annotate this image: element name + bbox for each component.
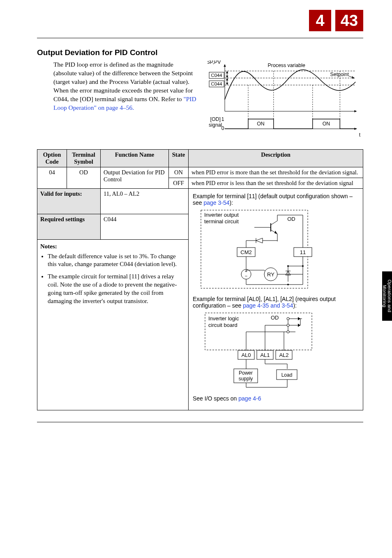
th-state: State (169, 150, 189, 167)
c2-al2: AL2 (279, 352, 288, 358)
section-title: Output Deviation for PID Control (37, 48, 363, 57)
svg-marker-12 (226, 76, 228, 78)
svg-marker-28 (274, 231, 277, 234)
cell-terminal-symbol: OD (67, 167, 101, 189)
iospecs-label: See I/O specs on page 4-6 (193, 395, 359, 402)
circuit-diagram-2: Inverter logic circuit board OD (193, 311, 320, 389)
svg-marker-64 (298, 324, 300, 327)
svg-point-55 (302, 265, 304, 267)
diag1-c044-top: C044 (211, 73, 222, 78)
page-number: 43 (335, 10, 363, 31)
svg-marker-61 (298, 317, 300, 320)
c1-inverter-line2: terminal circuit (204, 218, 239, 225)
svg-marker-31 (256, 238, 263, 243)
note-1: The default difference value is set to 3… (48, 252, 185, 269)
svg-point-53 (287, 284, 289, 285)
c2-od: OD (271, 315, 279, 321)
svg-marker-18 (355, 127, 357, 130)
note-2: The example circuit for terminal [11] dr… (48, 273, 185, 305)
iospecs-text: See I/O specs on (193, 395, 238, 402)
chapter-number: 4 (309, 10, 331, 31)
c1-inverter-line1: Inverter output (204, 212, 239, 218)
diag1-on1: ON (257, 121, 265, 127)
cell-valid-value: 11, AL0 – AL2 (101, 189, 189, 214)
svg-line-26 (271, 221, 277, 225)
svg-marker-1 (355, 110, 357, 113)
diag1-od: [OD] (210, 116, 221, 122)
side-tab: Operations and Monitoring (382, 271, 392, 321)
c1-plus: + (245, 269, 247, 273)
c1-11: 11 (300, 249, 306, 255)
diag1-y-label: SP,PV (208, 60, 221, 65)
example1-label: Example for terminal [11] (default outpu… (193, 193, 359, 206)
c2-al1: AL1 (260, 352, 270, 358)
c2-power-line1: Power (239, 370, 253, 376)
svg-marker-11 (226, 71, 228, 74)
diag1-pv-label: Process variable (268, 63, 305, 68)
c1-ry: RY (267, 271, 274, 278)
section-body-text: The PID loop error is defined as the mag… (53, 61, 193, 102)
cell-option-code: 04 (37, 167, 67, 189)
diag1-setpoint-label: Setpoint (330, 72, 349, 77)
pid-timing-diagram: SP,PV Process variable Setpoint C044 C04… (208, 60, 363, 139)
cell-desc-on: when PID error is more than the set thre… (189, 167, 363, 178)
xref-page-4-6[interactable]: page 4-6 (238, 395, 261, 402)
cell-valid-label: Valid for inputs: (37, 189, 101, 214)
svg-marker-3 (224, 65, 226, 67)
svg-marker-8 (352, 76, 355, 79)
cell-state-on: ON (169, 167, 189, 178)
cell-notes: Notes: The default difference value is s… (37, 239, 189, 410)
svg-marker-16 (226, 83, 228, 85)
example2-label: Example for terminal [AL0], [AL1], [AL2]… (193, 296, 359, 309)
th-option-code: Option Code (37, 150, 67, 167)
example2-text-b: ): (293, 302, 297, 309)
diag1-one: 1 (221, 116, 224, 122)
page-number-block: 4 43 (309, 10, 363, 31)
c2-al0: AL0 (241, 352, 251, 358)
circuit-diagram-1: Inverter output terminal circuit OD (193, 208, 332, 291)
cell-required-value: C044 (101, 214, 189, 239)
function-table: Option Code Terminal Symbol Function Nam… (37, 149, 363, 410)
th-function-name: Function Name (101, 150, 169, 167)
diag1-signal: signal (209, 122, 222, 128)
bottom-rule (37, 422, 363, 422)
c1-od: OD (287, 216, 295, 222)
c2-inverter-line2: circuit board (208, 322, 238, 328)
example1-text-b: ): (230, 199, 233, 206)
notes-title: Notes: (40, 243, 185, 250)
c2-power-line2: supply (239, 376, 253, 382)
diag1-c044-bot: C044 (211, 81, 222, 86)
c2-inverter-line1: Inverter logic (208, 315, 239, 322)
page-header: 4 43 (37, 10, 363, 35)
c1-cm2: CM2 (240, 249, 251, 255)
svg-marker-15 (226, 78, 228, 81)
c1-minus: − (245, 273, 247, 278)
cell-state-off: OFF (169, 178, 189, 189)
xref-page-3-54[interactable]: page 3-54 (203, 199, 229, 206)
section-body: The PID loop error is defined as the mag… (53, 60, 197, 112)
th-description: Description (189, 150, 363, 167)
svg-line-47 (264, 270, 265, 271)
top-rule (37, 38, 363, 38)
c2-load: Load (281, 372, 293, 378)
cell-required-label: Required settings (37, 214, 101, 239)
cell-desc-off: when PID error is less than the set thre… (189, 178, 363, 189)
diag1-zero: 0 (221, 125, 224, 131)
diag1-on2: ON (323, 121, 330, 127)
diag1-t: t (359, 132, 361, 138)
cell-function-name: Output Deviation for PID Control (101, 167, 169, 189)
cell-examples: Example for terminal [11] (default outpu… (189, 189, 363, 410)
xref-page-4-35-3-54[interactable]: page 4-35 and 3-54 (243, 302, 293, 309)
th-terminal-symbol: Terminal Symbol (67, 150, 101, 167)
